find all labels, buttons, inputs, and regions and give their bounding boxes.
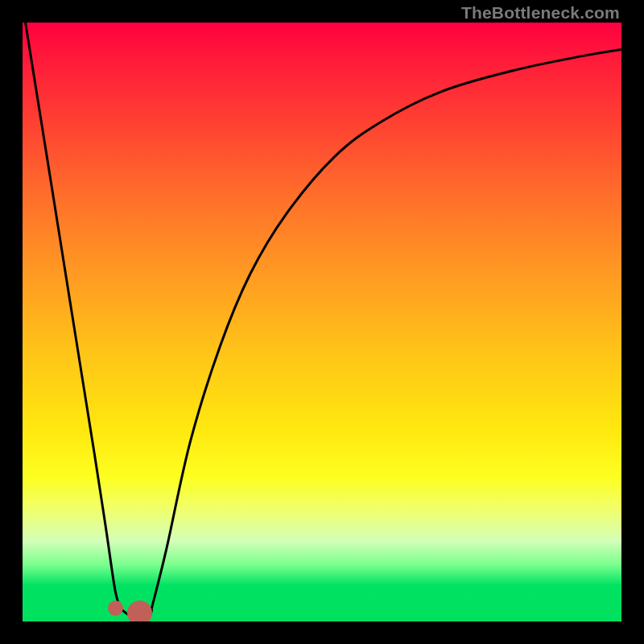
chart-frame: TheBottleneck.com [0, 0, 644, 644]
bottleneck-curve [23, 23, 621, 621]
valley-marker [127, 601, 152, 621]
watermark-text: TheBottleneck.com [461, 3, 620, 23]
plot-area [23, 23, 621, 621]
